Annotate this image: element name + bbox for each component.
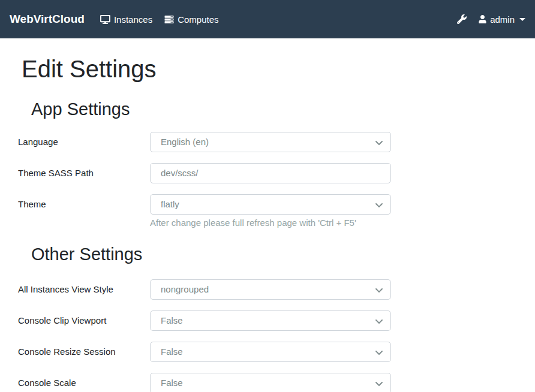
nav-item-computes[interactable]: Computes [164, 14, 218, 25]
section-heading-other-settings: Other Settings [31, 244, 517, 265]
navbar-right: admin [457, 14, 525, 25]
app-settings-rows: Language English (en) Theme SASS Path [18, 132, 517, 228]
other-settings-rows: All Instances View Style nongrouped Cons… [18, 279, 517, 392]
desktop-icon [100, 15, 110, 24]
selected-value: False [161, 378, 183, 388]
chevron-down-icon [375, 378, 383, 388]
console-clip-viewport-select[interactable]: False [150, 310, 391, 331]
form-row: Console Scale False [18, 373, 517, 392]
user-icon [479, 15, 486, 23]
form-row: Theme flatly After change please full re… [18, 194, 517, 228]
console-clip-viewport-label: Console Clip Viewport [18, 310, 150, 331]
theme-sass-path-label: Theme SASS Path [18, 163, 150, 183]
main-content: Edit Settings App Settings Language Engl… [0, 55, 535, 392]
wrench-icon[interactable] [457, 14, 467, 24]
nav-item-instances[interactable]: Instances [100, 14, 152, 25]
selected-value: False [161, 346, 183, 357]
all-instances-view-style-label: All Instances View Style [18, 279, 150, 300]
section-heading-app-settings: App Settings [31, 99, 517, 120]
theme-help-text: After change please full refresh page wi… [150, 218, 391, 228]
nav-item-label: Computes [178, 14, 218, 25]
chevron-down-icon [375, 346, 383, 357]
form-row: Theme SASS Path [18, 163, 517, 183]
page-title: Edit Settings [22, 55, 517, 83]
theme-sass-path-input[interactable] [150, 163, 391, 183]
chevron-down-icon [375, 284, 383, 294]
selected-value: flatly [161, 199, 179, 209]
all-instances-view-style-select[interactable]: nongrouped [150, 279, 391, 300]
console-scale-label: Console Scale [18, 373, 150, 392]
server-icon [164, 15, 174, 24]
language-label: Language [18, 132, 150, 152]
console-resize-session-select[interactable]: False [150, 342, 391, 362]
form-row: Language English (en) [18, 132, 517, 152]
brand-webvirtcloud[interactable]: WebVirtCloud [10, 13, 85, 26]
user-name: admin [490, 14, 515, 25]
form-row: All Instances View Style nongrouped [18, 279, 517, 300]
theme-label: Theme [18, 194, 150, 215]
nav-item-label: Instances [114, 14, 152, 25]
caret-down-icon [519, 18, 525, 21]
console-resize-session-label: Console Resize Session [18, 342, 150, 362]
selected-value: False [161, 315, 183, 325]
form-row: Console Resize Session False [18, 342, 517, 362]
selected-value: nongrouped [161, 284, 209, 294]
chevron-down-icon [375, 137, 383, 147]
language-select[interactable]: English (en) [150, 132, 391, 152]
navbar: WebVirtCloud Instances Computes [0, 0, 535, 38]
theme-select[interactable]: flatly [150, 194, 391, 215]
chevron-down-icon [375, 315, 383, 325]
user-menu[interactable]: admin [479, 14, 525, 25]
selected-value: English (en) [161, 137, 209, 147]
main-nav: Instances Computes [100, 14, 219, 25]
console-scale-select[interactable]: False [150, 373, 391, 392]
chevron-down-icon [375, 199, 383, 209]
form-row: Console Clip Viewport False [18, 310, 517, 331]
page: WebVirtCloud Instances Computes [0, 0, 535, 392]
